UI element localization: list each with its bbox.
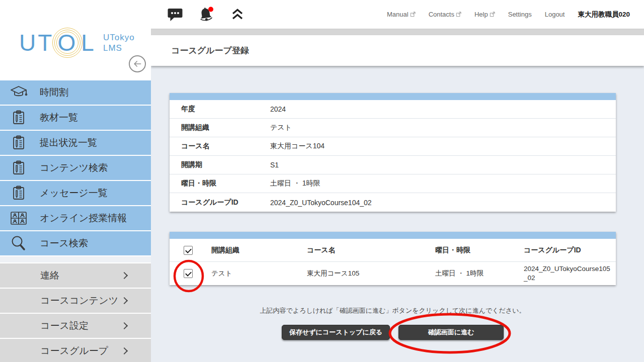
table-row: コース名東大用コース104 [170, 137, 616, 156]
clipboard-icon [10, 109, 28, 127]
course-select-table: 開講組織 コース名 曜日・時限 コースグループID テスト 東大用コース105 … [170, 232, 616, 285]
chevron-right-icon [121, 347, 128, 354]
sidebar-item-label: 時間割 [40, 86, 68, 99]
sidebar-item-course-search[interactable]: コース検索 [0, 231, 151, 255]
instruction-text: 上記内容でよろしければ「確認画面に進む」ボタンをクリックして次に進んでください。 [170, 306, 616, 315]
table-header-strip [170, 93, 616, 100]
header-divider [151, 29, 644, 35]
table-header-row: 開講組織 コース名 曜日・時限 コースグループID [170, 239, 616, 262]
external-link-icon [456, 12, 461, 17]
external-link-icon [410, 12, 416, 17]
sidebar-item-label: メッセージ一覧 [40, 187, 108, 200]
page-title-bar: コースグループ登録 [151, 35, 644, 66]
sidebar-item-label: コンテンツ検索 [40, 161, 108, 174]
sidebar-collapse-button[interactable] [129, 55, 146, 72]
table-row: 開講期S1 [170, 156, 616, 174]
table-header-strip [170, 232, 616, 239]
sidebar-section-divider [0, 256, 151, 262]
logo-subtitle: UTokyo LMS [103, 32, 135, 54]
sidebar-item-label: コース検索 [40, 237, 88, 250]
notification-bell-icon[interactable] [198, 7, 215, 23]
sidebar-item-messages[interactable]: メッセージ一覧 [0, 181, 151, 205]
go-to-confirm-button[interactable]: 確認画面に進む [398, 325, 504, 340]
column-header-course: コース名 [302, 246, 430, 255]
main-area: Manual Contacts Help Settings Logout 東大用… [151, 0, 644, 362]
sidebar-item-course-group[interactable]: コースグループ [0, 339, 151, 362]
cell-org: テスト [206, 269, 302, 278]
logo-letters-ut: UT [19, 29, 54, 56]
sidebar-item-course-contents[interactable]: コースコンテンツ [0, 289, 151, 313]
external-link-icon [490, 12, 495, 17]
sidebar-item-label: 教材一覧 [40, 111, 78, 124]
logo-area: UTOL UTokyo LMS [0, 0, 151, 80]
arrow-left-icon [132, 59, 142, 69]
logo-ring-icon [56, 32, 78, 54]
sidebar-item-label: 提出状況一覧 [40, 136, 97, 149]
topbar-links: Manual Contacts Help Settings Logout 東大用… [387, 10, 630, 19]
chat-icon[interactable] [167, 7, 183, 22]
sidebar: UTOL UTokyo LMS 時間割 [0, 0, 151, 362]
page-title: コースグループ登録 [171, 45, 249, 56]
topbar-link-help[interactable]: Help [474, 11, 495, 18]
graduation-cap-icon [10, 83, 28, 102]
action-buttons: 保存せずにコーストップに戻る 確認画面に進む [170, 325, 616, 340]
sidebar-item-label: オンライン授業情報 [40, 212, 127, 225]
sidebar-item-label: コースグループ [40, 344, 108, 357]
clipboard-icon [10, 184, 28, 202]
cell-group: 2024_Z0_UTokyoCourse105_02 [521, 264, 616, 282]
topbar-icon-group [167, 7, 245, 23]
cell-day: 土曜日 ・ 1時限 [430, 269, 521, 278]
utol-logo-text: UTOL [19, 29, 96, 56]
sidebar-item-submission-status[interactable]: 提出状況一覧 [0, 131, 151, 155]
row-select-checkbox[interactable] [184, 269, 193, 278]
topbar-link-contacts[interactable]: Contacts [429, 11, 461, 18]
clipboard-icon [10, 134, 28, 152]
sidebar-item-contact[interactable]: 連絡 [0, 263, 151, 288]
sidebar-item-label: コース設定 [40, 319, 89, 332]
course-info-table: 年度2024 開講組織テスト コース名東大用コース104 開講期S1 曜日・時限… [170, 93, 616, 212]
column-header-org: 開講組織 [206, 246, 302, 255]
top-bar: Manual Contacts Help Settings Logout 東大用… [151, 0, 644, 29]
cell-course: 東大用コース105 [302, 269, 430, 278]
table-row: 開講組織テスト [170, 119, 616, 137]
table-row: コースグループID2024_Z0_UTokyoCourse104_02 [170, 193, 616, 212]
table-row: 年度2024 [170, 100, 616, 119]
table-row: テスト 東大用コース105 土曜日 ・ 1時限 2024_Z0_UTokyoCo… [170, 262, 616, 285]
username: 東大用教職員020 [578, 10, 630, 19]
chevron-right-icon [121, 272, 128, 279]
logo-letter-o: O [54, 29, 81, 56]
sidebar-item-course-settings[interactable]: コース設定 [0, 314, 151, 338]
search-icon [10, 234, 28, 252]
sidebar-item-online-class-info[interactable]: オンライン授業情報 [0, 206, 151, 230]
sidebar-item-label: コースコンテンツ [40, 294, 118, 307]
content-area: 年度2024 開講組織テスト コース名東大用コース104 開講期S1 曜日・時限… [151, 66, 644, 362]
sidebar-item-materials[interactable]: 教材一覧 [0, 106, 151, 130]
topbar-link-settings[interactable]: Settings [508, 11, 532, 18]
table-row: 曜日・時限土曜日 ・ 1時限 [170, 174, 616, 193]
topbar-link-logout[interactable]: Logout [545, 11, 565, 18]
online-class-icon [10, 209, 28, 227]
chevron-right-icon [121, 322, 128, 329]
logo-letter-l: L [81, 29, 96, 56]
utol-logo: UTOL UTokyo LMS [19, 29, 135, 56]
collapse-up-icon[interactable] [230, 8, 245, 21]
chevron-right-icon [121, 297, 128, 304]
clipboard-icon [10, 159, 28, 177]
notification-dot [208, 7, 213, 12]
column-header-day: 曜日・時限 [430, 246, 521, 255]
sidebar-item-label: 連絡 [40, 269, 59, 282]
column-header-group: コースグループID [521, 245, 616, 254]
select-all-checkbox[interactable] [184, 246, 193, 255]
sidebar-item-content-search[interactable]: コンテンツ検索 [0, 156, 151, 180]
sidebar-item-timetable[interactable]: 時間割 [0, 80, 151, 105]
topbar-link-manual[interactable]: Manual [387, 11, 416, 18]
back-to-course-top-button[interactable]: 保存せずにコーストップに戻る [282, 325, 390, 340]
